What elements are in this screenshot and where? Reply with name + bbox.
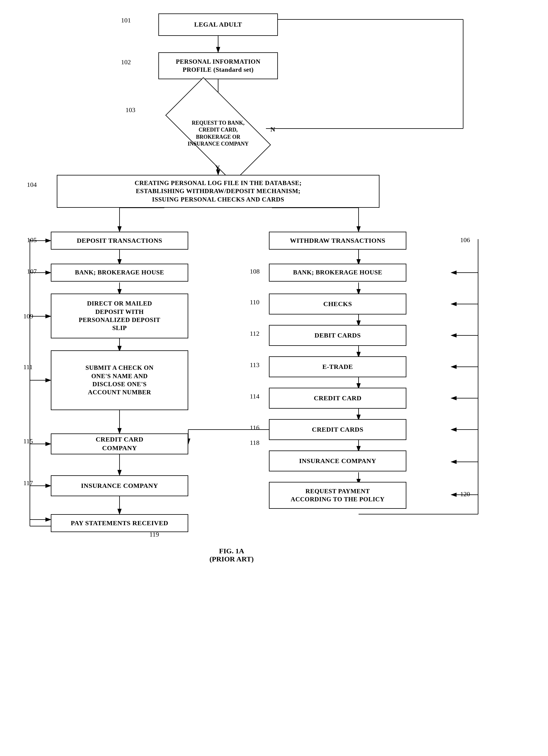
credit-cards-box: CREDIT CARDS (269, 419, 406, 440)
ref-110: 110 (250, 298, 260, 306)
direct-mailed-label: DIRECT OR MAILED DEPOSIT WITH PERSONALIZ… (79, 300, 160, 332)
insurance-company-left-label: INSURANCE COMPANY (81, 482, 158, 490)
request-payment-label: REQUEST PAYMENT ACCORDING TO THE POLICY (291, 487, 384, 504)
ref-115: 115 (23, 437, 33, 445)
withdraw-transactions-label: WITHDRAW TRANSACTIONS (290, 236, 385, 245)
withdraw-transactions-box: WITHDRAW TRANSACTIONS (269, 232, 406, 250)
ref-109: 109 (23, 312, 33, 320)
ref-112: 112 (250, 330, 260, 337)
creating-box: CREATING PERSONAL LOG FILE IN THE DATABA… (57, 175, 379, 208)
request-diamond: REQUEST TO BANK, CREDIT CARD, BROKERAGE … (170, 100, 266, 160)
ref-102: 102 (121, 58, 131, 66)
ref-101: 101 (121, 16, 131, 24)
prior-art-label: (PRIOR ART) (179, 555, 284, 563)
ref-120: 120 (460, 490, 470, 498)
ref-117: 117 (23, 479, 33, 487)
flowchart-diagram: LEGAL ADULT 101 PERSONAL INFORMATION PRO… (0, 0, 548, 756)
ref-114: 114 (250, 392, 260, 400)
ref-103: 103 (126, 106, 135, 114)
personal-info-label: PERSONAL INFORMATION PROFILE (Standard s… (176, 58, 260, 74)
ref-106: 106 (460, 236, 470, 244)
submit-check-box: SUBMIT A CHECK ON ONE'S NAME AND DISCLOS… (51, 350, 188, 410)
deposit-transactions-box: DEPOSIT TRANSACTIONS (51, 232, 188, 250)
bank-brokerage-right-label: BANK; BROKERAGE HOUSE (293, 268, 382, 277)
ref-119: 119 (149, 531, 159, 538)
ref-118: 118 (250, 439, 260, 447)
checks-box: CHECKS (269, 294, 406, 314)
debit-cards-box: DEBIT CARDS (269, 325, 406, 346)
bank-brokerage-left-label: BANK; BROKERAGE HOUSE (75, 268, 164, 277)
request-payment-box: REQUEST PAYMENT ACCORDING TO THE POLICY (269, 482, 406, 509)
deposit-transactions-label: DEPOSIT TRANSACTIONS (77, 236, 162, 245)
n-label: N (271, 126, 275, 133)
e-trade-box: E-TRADE (269, 356, 406, 377)
legal-adult-label: LEGAL ADULT (194, 20, 242, 29)
bank-brokerage-right-box: BANK; BROKERAGE HOUSE (269, 264, 406, 282)
credit-card-company-label: CREDIT CARD COMPANY (96, 435, 144, 452)
bank-brokerage-left-box: BANK; BROKERAGE HOUSE (51, 264, 188, 282)
legal-adult-box: LEGAL ADULT (158, 13, 278, 36)
request-diamond-label: REQUEST TO BANK, CREDIT CARD, BROKERAGE … (188, 113, 249, 148)
credit-card-box: CREDIT CARD (269, 388, 406, 409)
credit-card-label: CREDIT CARD (314, 394, 361, 403)
e-trade-label: E-TRADE (322, 363, 353, 371)
checks-label: CHECKS (323, 300, 352, 308)
ref-108: 108 (250, 268, 260, 275)
ref-111: 111 (23, 363, 33, 371)
y-label: Y (215, 164, 220, 172)
fig-label: FIG. 1A (PRIOR ART) (179, 547, 284, 563)
ref-107: 107 (27, 268, 37, 275)
pay-statements-box: PAY STATEMENTS RECEIVED (51, 514, 188, 532)
submit-check-label: SUBMIT A CHECK ON ONE'S NAME AND DISCLOS… (86, 364, 154, 396)
credit-card-company-box: CREDIT CARD COMPANY (51, 433, 188, 454)
fig-title: FIG. 1A (179, 547, 284, 555)
personal-info-box: PERSONAL INFORMATION PROFILE (Standard s… (158, 52, 278, 79)
insurance-company-right-label: INSURANCE COMPANY (299, 457, 376, 465)
insurance-company-right-box: INSURANCE COMPANY (269, 450, 406, 471)
debit-cards-label: DEBIT CARDS (314, 331, 361, 340)
pay-statements-label: PAY STATEMENTS RECEIVED (71, 519, 169, 528)
direct-mailed-box: DIRECT OR MAILED DEPOSIT WITH PERSONALIZ… (51, 294, 188, 338)
ref-104: 104 (27, 181, 37, 189)
insurance-company-left-box: INSURANCE COMPANY (51, 475, 188, 496)
credit-cards-label: CREDIT CARDS (312, 425, 363, 434)
ref-105: 105 (27, 236, 37, 244)
ref-116: 116 (250, 424, 260, 432)
ref-113: 113 (250, 361, 260, 369)
creating-label: CREATING PERSONAL LOG FILE IN THE DATABA… (135, 179, 301, 204)
